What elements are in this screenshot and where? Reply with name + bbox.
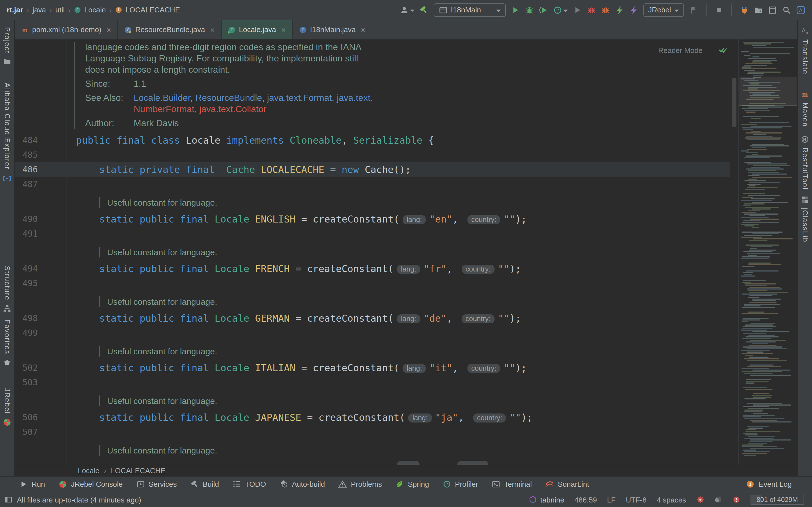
tool-window-button-event-log[interactable]: 1Event Log [746, 480, 792, 489]
editor-breadcrumb-item-localecache[interactable]: LOCALECACHE [111, 466, 165, 475]
scrollbar-thumb[interactable] [732, 78, 737, 127]
code-line[interactable]: 503 [15, 375, 730, 390]
tool-window-button-jrebel-console[interactable]: JRebel Console [59, 480, 123, 489]
tab-close-icon[interactable]: × [210, 25, 214, 34]
run-icon[interactable] [511, 5, 520, 14]
tool-window-button-terminal[interactable]: Terminal [492, 480, 532, 489]
tool-window-button-maven[interactable]: mMaven [801, 91, 809, 127]
tab-close-icon[interactable]: × [281, 25, 286, 34]
folder-run-icon[interactable] [754, 5, 763, 14]
search-icon[interactable] [782, 5, 791, 14]
code-line[interactable]: 484public final class Locale implements … [15, 133, 730, 148]
reader-mode-badge[interactable]: Reader Mode [658, 46, 703, 55]
plug-icon[interactable] [740, 5, 749, 14]
code-line[interactable]: 490 static public final Locale ENGLISH =… [15, 212, 730, 226]
gutter-line-number[interactable]: 484 [15, 133, 66, 148]
tab-i18nmain-java[interactable]: CI18nMain.java× [293, 20, 372, 39]
breadcrumb-item-rt-jar[interactable]: rt.jar [7, 6, 23, 14]
code-line[interactable]: 486 static private final Cache LOCALECAC… [15, 162, 730, 177]
jrebel-select[interactable]: JRebel [643, 3, 684, 17]
tabnine-widget[interactable]: tabnine [529, 496, 564, 504]
code-line[interactable]: 485 [15, 148, 730, 162]
encoding-indicator[interactable]: UTF-8 [626, 496, 647, 504]
gutter-line-number[interactable]: 487 [15, 177, 66, 191]
run-dim-icon[interactable] [573, 5, 581, 14]
breadcrumb-item-localecache[interactable]: fLOCALECACHE [115, 6, 180, 14]
editor-scrollbar[interactable] [730, 40, 738, 465]
profiler-icon[interactable] [553, 5, 567, 14]
gutter-line-number[interactable]: 498 [15, 311, 66, 326]
memory-indicator[interactable]: 801 of 4029M [750, 495, 804, 505]
flag-icon[interactable] [689, 5, 698, 14]
tool-window-button-run[interactable]: Run [19, 480, 45, 489]
tool-window-button-todo[interactable]: TODO [233, 480, 266, 489]
tool-window-button-favorites[interactable]: Favorites [3, 320, 11, 367]
inspections-ok-icon[interactable] [718, 45, 727, 54]
doc-unresolved-link[interactable]: NumberFormat, java.text.Collator [134, 104, 266, 114]
gutter-line-number[interactable]: 503 [15, 375, 66, 390]
tool-window-button-sonarlint[interactable]: SonarLint [545, 480, 589, 489]
bug-red-icon[interactable] [587, 5, 596, 14]
user-icon[interactable] [400, 5, 414, 14]
tab-pom-xml-i18n-demo[interactable]: mpom.xml (i18n-demo)× [15, 20, 118, 39]
code-line[interactable]: 499 [15, 326, 730, 340]
doc-link[interactable]: java.text. [337, 93, 373, 103]
code-line[interactable]: 502 static public final Locale ITALIAN =… [15, 360, 730, 375]
tool-window-button-restfultool[interactable]: RestfulTool [801, 135, 809, 190]
gutter-line-number[interactable]: 495 [15, 276, 66, 291]
code-line[interactable]: 494 static public final Locale FRENCH = … [15, 262, 730, 276]
code-line[interactable]: 506 static public final Locale JAPANESE … [15, 410, 730, 425]
tool-window-button-auto-build[interactable]: Auto-build [280, 480, 325, 489]
tab-resourcebundle-java[interactable]: CResourceBundle.java× [118, 20, 221, 39]
tool-window-button-services[interactable]: Services [136, 480, 177, 489]
debug-icon[interactable] [525, 5, 534, 14]
gutter-line-number[interactable]: 494 [15, 262, 66, 276]
code-pane[interactable]: language codes and three-digit region co… [15, 40, 730, 465]
detach-win-icon[interactable] [768, 5, 777, 14]
tool-window-button-jrebel[interactable]: JRebel [3, 388, 11, 427]
tab-locale-java[interactable]: CLocale.java× [221, 20, 293, 39]
tab-close-icon[interactable]: × [107, 25, 111, 34]
gutter-line-number[interactable]: 486 [15, 162, 66, 177]
bolt-purple-icon[interactable] [629, 5, 638, 14]
stop-dim-icon[interactable] [714, 5, 723, 14]
doc-link[interactable]: ResourceBundle [195, 93, 262, 103]
run-configuration-select[interactable]: I18nMain [434, 3, 506, 17]
code-line[interactable]: 491 [15, 226, 730, 241]
tool-window-switcher-icon[interactable] [4, 496, 12, 504]
editor-breadcrumb-item-locale[interactable]: Locale [78, 466, 100, 475]
wrench-icon[interactable] [419, 5, 428, 14]
tool-window-button-translate[interactable]: AaTranslate [801, 27, 809, 75]
tool-window-button-structure[interactable]: Structure [3, 266, 11, 313]
tab-close-icon[interactable]: × [361, 25, 365, 34]
tool-window-button-build[interactable]: Build [190, 480, 219, 489]
gutter-line-number[interactable]: 502 [15, 360, 66, 375]
line-separator-indicator[interactable]: LF [607, 496, 615, 504]
tool-window-button-profiler[interactable]: Profiler [443, 480, 478, 489]
gutter-line-number[interactable]: 506 [15, 410, 66, 425]
bolt-green-icon[interactable] [615, 5, 624, 14]
gutter-line-number[interactable]: 499 [15, 326, 66, 340]
tool-window-button-alibaba-cloud-explorer[interactable]: Alibaba Cloud Explorer [3, 83, 11, 182]
code-line[interactable]: 495 [15, 276, 730, 291]
doc-link[interactable]: java.text.Format [267, 93, 332, 103]
gutter-line-number[interactable]: 491 [15, 226, 66, 241]
translate-badge-icon[interactable]: A [796, 5, 805, 14]
gutter-line-number[interactable]: 507 [15, 425, 66, 439]
breadcrumb-item-locale[interactable]: CLocale [74, 6, 106, 14]
code-editor[interactable]: language codes and three-digit region co… [15, 40, 797, 465]
minimap[interactable] [738, 40, 797, 465]
code-line[interactable]: 498 static public final Locale GERMAN = … [15, 311, 730, 326]
breadcrumb-item-java[interactable]: java [33, 6, 46, 14]
gutter-line-number[interactable]: 490 [15, 212, 66, 226]
bug-orange-icon[interactable] [601, 5, 610, 14]
code-line[interactable]: 507 [15, 425, 730, 439]
doc-link[interactable]: Locale.Builder [134, 93, 190, 103]
tool-window-button-jclasslib[interactable]: jClassLib [801, 195, 809, 242]
tool-window-button-spring[interactable]: Spring [395, 480, 429, 489]
gutter-line-number[interactable]: 485 [15, 148, 66, 162]
code-line-partial[interactable] [15, 460, 730, 465]
indent-indicator[interactable]: 4 spaces [657, 496, 686, 504]
minimap-viewport[interactable] [739, 76, 797, 106]
coverage-icon[interactable] [539, 5, 548, 14]
